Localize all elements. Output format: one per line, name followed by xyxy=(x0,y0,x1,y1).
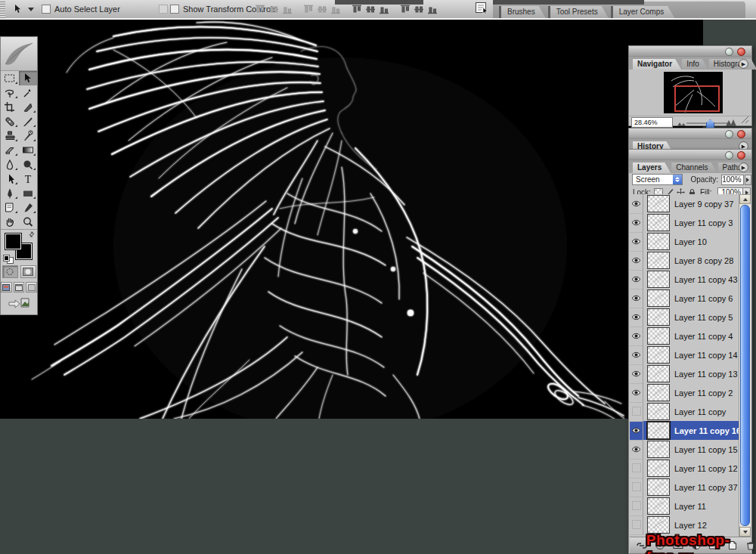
scroll-up-button[interactable] xyxy=(739,194,751,204)
align-top-edges-icon[interactable] xyxy=(253,3,266,15)
eyedropper-tool-icon[interactable] xyxy=(19,200,37,215)
tab-channels[interactable]: Channels xyxy=(671,162,717,173)
visibility-eye-icon[interactable] xyxy=(630,345,643,365)
layer-row[interactable]: Layer 11 copy 14 xyxy=(630,345,739,364)
visibility-toggle-empty[interactable] xyxy=(630,515,643,535)
fullscreen-button[interactable] xyxy=(26,282,37,292)
layers-titlebar[interactable] xyxy=(629,150,751,160)
visibility-eye-icon[interactable] xyxy=(630,308,643,327)
visibility-toggle-empty[interactable] xyxy=(630,478,643,497)
foreground-color-swatch[interactable] xyxy=(5,233,22,250)
crop-tool-icon[interactable] xyxy=(1,100,19,114)
tool-preset-dropdown-arrow[interactable] xyxy=(28,8,34,11)
layer-thumbnail[interactable] xyxy=(647,422,670,439)
edit-in-imageready-icon[interactable] xyxy=(8,297,30,311)
visibility-eye-icon[interactable] xyxy=(630,289,643,308)
tab-layers[interactable]: Layers xyxy=(633,162,671,173)
minimize-button[interactable] xyxy=(725,130,733,138)
visibility-toggle-empty[interactable] xyxy=(630,497,643,516)
visibility-toggle-empty[interactable] xyxy=(630,402,643,422)
visibility-eye-icon[interactable] xyxy=(630,364,643,384)
standard-mode-button[interactable] xyxy=(2,265,18,278)
minimize-button[interactable] xyxy=(725,151,733,159)
tab-histogram[interactable]: Histogram xyxy=(709,59,756,70)
close-button[interactable] xyxy=(737,48,745,56)
clone-stamp-tool-icon[interactable] xyxy=(1,128,19,143)
visibility-eye-icon[interactable] xyxy=(630,440,643,460)
document-canvas[interactable] xyxy=(0,20,703,419)
healing-brush-tool-icon[interactable] xyxy=(1,114,19,128)
dodge-tool-icon[interactable] xyxy=(19,157,37,172)
layer-thumbnail[interactable] xyxy=(647,195,670,212)
distribute-top-edges-icon[interactable] xyxy=(350,3,363,15)
layer-row[interactable]: Layer 11 copy 2 xyxy=(630,383,739,402)
distribute-right-edges-icon[interactable] xyxy=(426,3,438,15)
navigator-view-box[interactable] xyxy=(674,85,720,112)
path-selection-tool-icon[interactable] xyxy=(1,172,19,186)
scrollbar-thumb[interactable] xyxy=(740,205,750,526)
align-horizontal-centers-icon[interactable] xyxy=(315,3,328,15)
visibility-eye-icon[interactable] xyxy=(630,421,643,441)
palette-well-tab-tool-presets[interactable]: Tool Presets xyxy=(548,6,609,18)
notes-tool-icon[interactable] xyxy=(1,200,19,215)
layer-thumbnail[interactable] xyxy=(647,441,670,458)
layer-thumbnail[interactable] xyxy=(647,346,670,364)
visibility-toggle-empty[interactable] xyxy=(630,459,643,478)
layer-row[interactable]: Layer 11 copy 6 xyxy=(630,289,739,308)
layer-thumbnail[interactable] xyxy=(647,271,670,288)
align-right-edges-icon[interactable] xyxy=(329,3,342,15)
lasso-tool-icon[interactable] xyxy=(1,85,19,100)
slice-tool-icon[interactable] xyxy=(19,100,37,114)
palette-well-tab-brushes[interactable]: Brushes xyxy=(499,6,546,18)
show-transform-controls-checkbox[interactable] xyxy=(170,5,179,14)
blur-tool-icon[interactable] xyxy=(1,157,19,172)
brush-tool-icon[interactable] xyxy=(19,114,37,128)
layer-thumbnail[interactable] xyxy=(647,327,670,345)
opacity-slider-arrow[interactable] xyxy=(745,175,751,185)
layer-thumbnail[interactable] xyxy=(647,308,670,326)
layer-row[interactable]: Layer 11 copy 16 xyxy=(630,421,739,440)
layer-thumbnail[interactable] xyxy=(647,478,670,496)
distribute-vertical-centers-icon[interactable] xyxy=(364,3,376,15)
visibility-eye-icon[interactable] xyxy=(630,327,643,346)
navigator-thumbnail[interactable] xyxy=(664,72,723,113)
layer-thumbnail[interactable] xyxy=(647,516,670,534)
layer-row[interactable]: Layer 11 xyxy=(630,497,739,515)
rectangular-marquee-tool-icon[interactable] xyxy=(1,71,19,85)
auto-select-layer-checkbox[interactable] xyxy=(42,5,51,14)
hand-tool-icon[interactable] xyxy=(1,215,19,229)
distribute-left-edges-icon[interactable] xyxy=(398,3,411,15)
layer-thumbnail[interactable] xyxy=(647,384,670,401)
layer-thumbnail[interactable] xyxy=(647,365,670,382)
navigator-zoom-slider[interactable] xyxy=(686,122,730,124)
tab-info[interactable]: Info xyxy=(682,59,708,70)
visibility-eye-icon[interactable] xyxy=(630,194,643,214)
panel-menu-button[interactable]: ▶ xyxy=(739,59,748,69)
palette-well-file-icon[interactable] xyxy=(475,2,489,17)
swap-colors-icon[interactable]: ⇄ xyxy=(27,230,36,239)
visibility-eye-icon[interactable] xyxy=(630,383,643,403)
layer-row[interactable]: Layer 11 copy xyxy=(630,402,739,421)
default-colors-icon[interactable] xyxy=(3,255,10,262)
history-brush-tool-icon[interactable] xyxy=(19,128,37,143)
blend-mode-select[interactable]: Screen xyxy=(632,174,683,185)
blend-mode-stepper[interactable] xyxy=(673,175,682,184)
layer-row[interactable]: Layer 11 copy 3 xyxy=(630,213,739,232)
zoom-tool-icon[interactable] xyxy=(19,215,37,229)
visibility-eye-icon[interactable] xyxy=(630,232,643,252)
palette-well-tab-layer-comps[interactable]: Layer Comps xyxy=(611,6,674,18)
tab-navigator[interactable]: Navigator xyxy=(633,59,681,70)
navigator-titlebar[interactable] xyxy=(629,46,751,57)
layer-thumbnail[interactable] xyxy=(647,252,670,269)
options-bar-grip[interactable] xyxy=(0,0,5,18)
layer-row[interactable]: Layer 8 copy 28 xyxy=(630,251,739,270)
close-button[interactable] xyxy=(737,151,745,159)
distribute-horizontal-centers-icon[interactable] xyxy=(412,3,425,15)
eraser-tool-icon[interactable] xyxy=(1,143,19,157)
gradient-tool-icon[interactable] xyxy=(19,143,37,157)
distribute-bottom-edges-icon[interactable] xyxy=(377,3,390,15)
standard-screen-mode-button[interactable] xyxy=(1,282,12,292)
layer-thumbnail[interactable] xyxy=(647,497,670,515)
layer-row[interactable]: Layer 11 copy 37 xyxy=(630,478,739,497)
type-tool-icon[interactable]: T xyxy=(19,172,37,186)
